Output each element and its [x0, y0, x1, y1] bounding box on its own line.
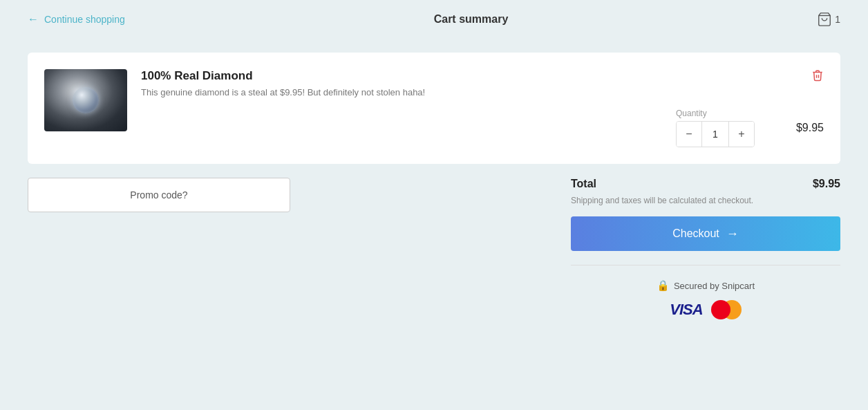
- mastercard-logo: [711, 300, 742, 319]
- quantity-label: Quantity: [676, 109, 755, 118]
- cart-count-badge: 1: [835, 14, 840, 25]
- main-content: 100% Real Diamond This genuine diamond i…: [0, 39, 868, 333]
- secured-label: 🔒 Secured by Snipcart: [657, 279, 755, 292]
- bottom-section: Promo code? Total $9.95 Shipping and tax…: [28, 178, 840, 319]
- checkout-arrow-icon: →: [726, 227, 739, 241]
- item-price: $9.95: [782, 122, 824, 134]
- quantity-wrapper: Quantity − 1 +: [676, 109, 755, 147]
- payment-logos: VISA: [670, 300, 741, 319]
- product-info: 100% Real Diamond This genuine diamond i…: [141, 69, 824, 147]
- shipping-note: Shipping and taxes will be calculated at…: [571, 196, 840, 205]
- total-row: Total $9.95: [571, 178, 840, 190]
- continue-shopping-link[interactable]: ← Continue shopping: [28, 13, 125, 26]
- checkout-section: Total $9.95 Shipping and taxes will be c…: [571, 178, 840, 319]
- visa-logo: VISA: [670, 301, 702, 319]
- promo-code-button[interactable]: Promo code?: [28, 178, 290, 212]
- cart-item-card: 100% Real Diamond This genuine diamond i…: [28, 53, 840, 164]
- checkout-button[interactable]: Checkout →: [571, 216, 840, 251]
- cart-icon-wrapper: 1: [817, 12, 840, 27]
- product-name: 100% Real Diamond: [141, 69, 824, 83]
- diamond-gem: [73, 87, 99, 113]
- product-description: This genuine diamond is a steal at $9.95…: [141, 87, 824, 97]
- quantity-control: − 1 +: [676, 121, 755, 147]
- product-image: [44, 69, 127, 131]
- quantity-increase-button[interactable]: +: [729, 122, 754, 147]
- arrow-left-icon: ←: [28, 13, 39, 26]
- quantity-value: 1: [701, 122, 729, 147]
- total-value: $9.95: [813, 178, 840, 190]
- total-label: Total: [571, 178, 596, 190]
- mc-circle-red: [711, 300, 730, 319]
- delete-item-button[interactable]: [809, 66, 827, 88]
- divider: [571, 265, 840, 265]
- trash-icon: [811, 69, 824, 82]
- cart-icon: [817, 12, 832, 27]
- continue-shopping-label: Continue shopping: [44, 14, 125, 25]
- quantity-section: Quantity − 1 + $9.95: [141, 109, 824, 147]
- page-title: Cart summary: [434, 13, 509, 26]
- header: ← Continue shopping Cart summary 1: [0, 0, 868, 39]
- secured-text: Secured by Snipcart: [674, 281, 755, 291]
- secured-section: 🔒 Secured by Snipcart VISA: [571, 265, 840, 319]
- checkout-label: Checkout: [672, 227, 719, 240]
- promo-section: Promo code?: [28, 178, 543, 212]
- lock-icon: 🔒: [657, 279, 670, 292]
- quantity-decrease-button[interactable]: −: [677, 122, 701, 147]
